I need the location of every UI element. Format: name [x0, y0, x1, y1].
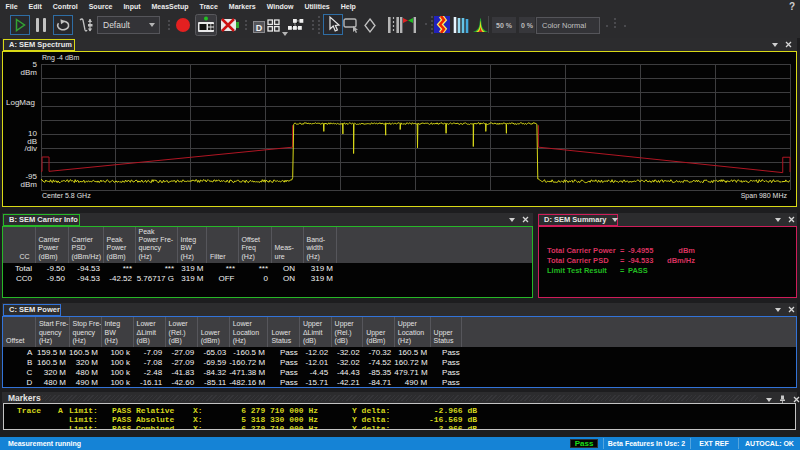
menu-input[interactable]: Input [118, 3, 146, 10]
color-dropdown[interactable]: Color Normal [536, 17, 600, 34]
column-header[interactable]: Lower(Rel.)(dB) [165, 317, 197, 347]
window-b-menu-icon[interactable] [509, 218, 515, 222]
column-header[interactable]: CarrierPower(dBm) [35, 227, 68, 263]
window-c-tab[interactable]: C: SEM Power [3, 304, 61, 317]
menu-window[interactable]: Window [261, 3, 299, 10]
colormap-icon[interactable] [472, 16, 489, 37]
toolbar-separator [431, 16, 433, 34]
marker-field-xl: X: [193, 415, 203, 424]
offset-flags-tool[interactable] [398, 16, 418, 38]
markers-drag-handle[interactable] [42, 395, 758, 401]
column-header[interactable]: Band-width(Hz) [303, 227, 336, 263]
restart-button[interactable] [53, 15, 73, 35]
menu-markers[interactable]: Markers [223, 3, 261, 10]
markers-close-icon[interactable] [793, 396, 800, 403]
column-header[interactable]: Upper(Rel.)(dB) [331, 317, 363, 347]
record-button[interactable] [175, 17, 191, 37]
window-c-menu-icon[interactable] [775, 308, 781, 312]
column-header[interactable]: Start Fre-quency(Hz) [35, 317, 69, 347]
column-header[interactable] [462, 317, 796, 347]
markers-menu-icon[interactable] [766, 398, 772, 402]
menu-utilities[interactable]: Utilities [299, 3, 335, 10]
carrier-info-table[interactable]: CCCarrierPower(dBm)CarrierPSD(dBm/Hz)Pea… [3, 227, 532, 283]
zoom-rect-tool[interactable] [343, 18, 361, 37]
spectrogram-icon[interactable] [434, 16, 450, 37]
auto-range-icon[interactable] [78, 16, 96, 39]
table-row[interactable]: CC0-9.50-94.53-42.525.76717 G319 MOFF0ON… [3, 273, 532, 283]
preset-dropdown[interactable]: Default [97, 16, 160, 34]
column-header[interactable]: CC [3, 227, 35, 263]
window-a-tab[interactable]: A: SEM Spectrum [3, 39, 75, 52]
table-row[interactable]: A159.5 M160.5 M100 k-7.09-27.09-65.03-16… [3, 347, 796, 357]
window-d-close-icon[interactable] [788, 216, 795, 223]
column-header[interactable]: UpperΔLimit(dB) [299, 317, 331, 347]
window-a-titlebar[interactable] [2, 38, 797, 51]
window-d-menu-icon[interactable] [775, 218, 781, 222]
help-icon[interactable]: ? [789, 1, 795, 12]
layout-grid-icon[interactable] [267, 18, 280, 36]
summary-unit: dBm/Hz [658, 256, 695, 265]
stop-record-icon[interactable] [220, 17, 240, 38]
window-a-close-icon[interactable] [785, 41, 792, 48]
power-table[interactable]: OffsetStart Fre-quency(Hz)Stop Fre-quenc… [3, 317, 796, 387]
zoom-percent[interactable]: 50 % [492, 17, 516, 33]
recorder-icon[interactable] [195, 14, 217, 40]
pointer-tool[interactable] [323, 14, 343, 35]
window-a-menu-icon[interactable] [772, 43, 778, 47]
markers-titlebar[interactable]: Markers [2, 392, 797, 403]
window-b-tab[interactable]: B: SEM Carrier Info [3, 214, 80, 227]
menu-control[interactable]: Control [47, 3, 83, 10]
column-header[interactable]: CarrierPSD(dBm/Hz) [68, 227, 103, 263]
overlap-percent[interactable]: 0 % [519, 17, 535, 33]
window-c-titlebar[interactable] [2, 303, 797, 316]
table-cell: -42.60 [165, 377, 197, 387]
spectrum-plot-area[interactable]: Rng -4 dBm 5dBm LogMag 10dB/div -95dBm C… [2, 51, 797, 207]
table-row[interactable]: Total-9.50-94.53******319 M******ON319 M [3, 263, 532, 273]
menu-trace[interactable]: Trace [194, 3, 223, 10]
window-d-tab[interactable]: D: SEM Summary [538, 214, 618, 227]
status-beta-features[interactable]: Beta Features In Use: 2 [604, 437, 689, 450]
play-button[interactable] [10, 15, 30, 35]
window-b-close-icon[interactable] [522, 216, 529, 223]
status-autocal[interactable]: AUTOCAL: OK [739, 437, 800, 450]
column-header[interactable]: PeakPower(dBm) [103, 227, 135, 263]
marker-diamond-tool[interactable] [363, 17, 377, 38]
column-header[interactable]: IntegBW(Hz) [101, 317, 133, 347]
pause-button[interactable] [34, 17, 48, 37]
status-ext-ref[interactable]: EXT REF [691, 437, 737, 450]
column-header[interactable]: LowerΔLimit(dB) [133, 317, 165, 347]
column-header[interactable]: Lower(dBm) [197, 317, 229, 347]
column-header[interactable]: Filter [207, 227, 239, 263]
constellation-icon[interactable] [288, 17, 304, 37]
column-header[interactable]: UpperStatus [430, 317, 462, 347]
column-header[interactable]: Meas-ure [271, 227, 303, 263]
table-row[interactable]: D480 M490 M100 k-16.11-42.60-85.11-482.1… [3, 377, 796, 387]
table-row[interactable]: C320 M480 M100 k-2.48-41.83-84.32-471.38… [3, 367, 796, 377]
table-cell: -94.53 [68, 263, 103, 273]
window-b-titlebar[interactable] [2, 213, 533, 226]
table-cell: -471.38 M [229, 367, 268, 377]
waterfall-icon[interactable] [453, 16, 469, 37]
column-header[interactable]: IntegBW(Hz) [177, 227, 207, 263]
menu-file[interactable]: File [0, 3, 23, 10]
table-cell: -27.09 [165, 357, 197, 367]
column-header[interactable]: Offset [3, 317, 35, 347]
menu-source[interactable]: Source [83, 3, 118, 10]
column-header[interactable]: LowerStatus [268, 317, 300, 347]
menu-meassetup[interactable]: MeasSetup [146, 3, 194, 10]
table-row[interactable]: B160.5 M320 M100 k-7.08-27.09-69.59-160.… [3, 357, 796, 367]
column-header[interactable]: Stop Fre-quency(Hz) [69, 317, 101, 347]
column-header[interactable]: OffsetFreq(Hz) [238, 227, 271, 263]
column-header[interactable]: Upper(dBm) [363, 317, 395, 347]
column-header[interactable]: PeakPower Fre-quency(Hz) [135, 227, 177, 263]
marker-field-yv: -2.966 dB [396, 424, 477, 430]
window-d-tab-dropdown-icon[interactable] [612, 218, 618, 222]
column-header[interactable]: LowerLocation(Hz) [229, 317, 268, 347]
menu-edit[interactable]: Edit [23, 3, 47, 10]
menu-help[interactable]: Help [335, 3, 361, 10]
column-header[interactable]: UpperLocation(Hz) [394, 317, 430, 347]
markers-panel: TraceALimit:PASS RelativeX:6 279 710 000… [3, 403, 796, 430]
display-d-icon[interactable]: D [253, 19, 265, 37]
window-c-close-icon[interactable] [788, 306, 795, 313]
column-header[interactable] [336, 227, 532, 263]
